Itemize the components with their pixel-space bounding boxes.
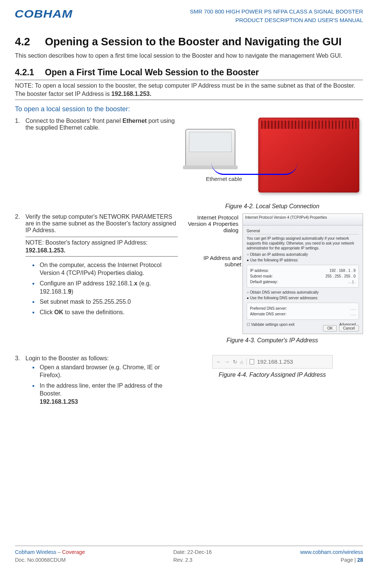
step-2-bullet-4: Click OK to save the definitions. (32, 308, 178, 316)
ip-label: IP address: (250, 268, 269, 273)
footer-url: www.cobham.com/wireless (300, 548, 363, 556)
step-3-ip: 192.168.1.253 (40, 398, 78, 405)
section-heading: 4.2 Opening a Session to the Booster and… (15, 36, 363, 48)
step-2-bullet-1: On the computer, access the Internet Pro… (32, 261, 178, 277)
header-line1: SMR 700 800 HIGH POWER PS NFPA CLASS A S… (190, 7, 363, 16)
dns1-value: . . . (350, 306, 356, 311)
annotation-dialog: Internet Protocol Version 4 Properties d… (179, 214, 238, 233)
footer-coverage: Coverage (62, 549, 85, 555)
footer-date: 22-Dec-16 (187, 549, 211, 555)
step-3: 3. Login to the Booster as follows: Open… (15, 355, 178, 408)
note-text: To open a local session to the booster, … (15, 82, 355, 97)
browser-address-bar: ← → ↻ ⌂ 192.168.1.253 (212, 355, 333, 369)
dns2-label: Alternate DNS server: (250, 312, 286, 316)
step-2-note-prefix: NOTE: (25, 239, 45, 246)
laptop-icon (185, 129, 235, 168)
step-2-bullet-3: Set subnet mask to 255.255.255.0 (32, 298, 178, 306)
dns1-label: Preferred DNS server: (250, 306, 287, 311)
ethernet-cable-line (211, 163, 298, 175)
section-title-text: Opening a Session to the Booster and Nav… (45, 36, 342, 48)
footer-page-num: 28 (357, 557, 363, 563)
gw-value: . . | . (348, 279, 356, 284)
figure-4-4-caption: Figure 4-4. Factory Assigned IP Address (182, 372, 363, 378)
radio-auto-ip: ○ Obtain an IP address automatically (247, 252, 359, 257)
back-icon: ← (216, 359, 222, 365)
ok-button: OK (323, 325, 336, 331)
footer-doc: Doc. No.00068CDUM (15, 556, 85, 564)
annotation-ip: IP Address and subnet (196, 255, 241, 267)
step-3-bullet-2: In the address line, enter the IP addres… (32, 382, 178, 406)
procedure-title: To open a local session to the booster: (15, 105, 363, 113)
mask-label: Subnet mask: (250, 274, 273, 279)
radio-static-ip: ● Use the following IP address: (247, 258, 359, 263)
step-1-ethernet: Ethernet (122, 118, 147, 124)
step-3-lead: Login to the Booster as follows: (25, 355, 178, 362)
step-1-num: 1. (15, 118, 25, 131)
step-2-note: NOTE: Booster's factory assigned IP Addr… (25, 237, 178, 257)
page-footer: Cobham Wireless – Coverage Doc. No.00068… (15, 546, 363, 564)
step-3-num: 3. (15, 355, 25, 408)
step-2-note-text: Booster's factory assigned IP Address: (45, 239, 147, 246)
footer-rev: 2.3 (185, 557, 192, 563)
header-line2: PRODUCT DESCRIPTION AND USER'S MANUAL (190, 16, 363, 25)
subsection-note: NOTE: To open a local session to the boo… (15, 80, 363, 100)
page-header: COBHAM SMR 700 800 HIGH POWER PS NFPA CL… (15, 7, 363, 24)
ethernet-cable-label: Ethernet cable (206, 176, 242, 182)
home-icon: ⌂ (240, 359, 243, 365)
radio-static-dns: ● Use the following DNS server addresses… (247, 295, 359, 300)
subsection-number: 4.2.1 (15, 67, 45, 78)
note-prefix: NOTE: (15, 82, 35, 89)
figure-4-2-diagram: Ethernet cable (182, 118, 363, 200)
step-2: 2. Verify the setup computer's NETWORK P… (15, 213, 178, 319)
figure-4-3-caption: Figure 4-3. Computer's IP Address (182, 337, 363, 344)
ip-value: 192 . 168 . 1 . 9 (330, 268, 356, 273)
note-ip: 192.168.1.253. (112, 91, 152, 97)
forward-icon: → (225, 359, 230, 365)
footer-company: Cobham Wireless (15, 549, 56, 555)
step-2-lead: Verify the setup computer's NETWORK PARA… (25, 213, 178, 234)
reload-icon: ↻ (233, 359, 237, 365)
subsection-heading: 4.2.1 Open a First Time Local Web Sessio… (15, 67, 363, 78)
figure-4-2-caption: Figure 4-2. Local Setup Connection (182, 203, 363, 210)
cancel-button: Cancel (339, 325, 359, 331)
section-number: 4.2 (15, 36, 45, 48)
logo: COBHAM (15, 7, 73, 20)
dialog-tab: General (247, 228, 359, 234)
header-title: SMR 700 800 HIGH POWER PS NFPA CLASS A S… (190, 7, 363, 24)
subsection-title-text: Open a First Time Local Web Session to t… (45, 67, 259, 78)
step-2-note-ip: 192.168.1.253. (25, 247, 65, 254)
dns2-value: . . . (350, 312, 356, 316)
ipv4-dialog-screenshot: Internet Protocol Version 4 (TCP/IPv4) P… (243, 213, 363, 334)
booster-icon (258, 118, 359, 193)
step-2-num: 2. (15, 213, 25, 319)
radio-auto-dns: ○ Obtain DNS server address automaticall… (247, 290, 359, 295)
dialog-desc: You can get IP settings assigned automat… (247, 236, 359, 251)
url-text: 192.168.1.253 (257, 358, 293, 365)
file-icon (250, 359, 254, 364)
step-1: 1. Connect to the Boosters' front panel … (15, 118, 178, 131)
gw-label: Default gateway: (250, 279, 278, 284)
step-2-bullet-2: Configure an IP address 192.168.1.x (e.g… (32, 279, 178, 295)
step-3-bullet-1: Open a standard browser (e.g. Chrome, IE… (32, 363, 178, 379)
mask-value: 255 . 255 . 255 . 0 (325, 274, 356, 279)
section-intro: This section describes how to open a fir… (15, 52, 363, 60)
step-1-text-a: Connect to the Boosters' front panel (25, 118, 122, 124)
dialog-titlebar: Internet Protocol Version 4 (TCP/IPv4) P… (243, 214, 363, 225)
